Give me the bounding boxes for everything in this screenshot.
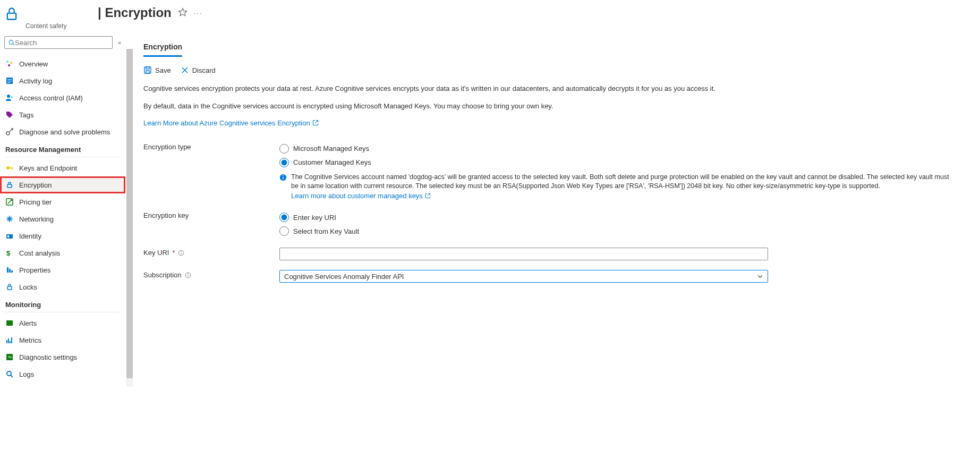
sidebar-item-metrics[interactable]: Metrics — [0, 332, 125, 349]
favorite-star-icon[interactable] — [178, 7, 188, 19]
radio-label: Enter key URI — [293, 214, 336, 222]
learn-more-link[interactable]: Learn More about Azure Cognitive service… — [143, 119, 319, 127]
save-button-label: Save — [155, 66, 171, 74]
sidebar-item-keys-endpoint[interactable]: Keys and Endpoint — [0, 159, 125, 176]
info-outline-icon[interactable] — [185, 272, 191, 278]
svg-rect-8 — [7, 79, 12, 80]
svg-point-13 — [6, 132, 10, 135]
svg-rect-16 — [12, 167, 13, 169]
svg-text:$: $ — [6, 249, 11, 257]
sidebar-group-title: Monitoring — [0, 295, 125, 311]
encryption-key-label: Encryption key — [143, 210, 279, 219]
cmk-learn-more-link[interactable]: Learn more about customer managed keys — [291, 191, 431, 201]
sidebar-item-overview[interactable]: Overview — [0, 55, 125, 72]
diagnostic-icon — [5, 353, 14, 361]
close-icon — [181, 66, 189, 74]
divider — [5, 312, 120, 312]
main-content: Encryption Save Discard Cognitive servic… — [143, 30, 972, 387]
radio-microsoft-managed[interactable]: Microsoft Managed Keys — [279, 142, 955, 156]
sidebar-item-activity-log[interactable]: Activity log — [0, 72, 125, 89]
diagnose-icon — [5, 128, 14, 136]
sidebar-item-properties[interactable]: Properties — [0, 261, 125, 278]
svg-rect-40 — [283, 177, 283, 179]
svg-rect-28 — [8, 338, 9, 343]
sidebar-item-label: Tags — [19, 111, 33, 119]
key-uri-label: Key URI* — [143, 248, 279, 257]
sidebar-item-cost-analysis[interactable]: $ Cost analysis — [0, 244, 125, 261]
scrollbar[interactable]: ▲ — [125, 30, 134, 387]
sidebar-item-alerts[interactable]: Alerts — [0, 315, 125, 332]
overview-icon — [5, 60, 14, 68]
radio-enter-key-uri[interactable]: Enter key URI — [279, 210, 955, 224]
encryption-type-label: Encryption type — [143, 142, 279, 151]
sidebar-item-diagnose[interactable]: Diagnose and solve problems — [0, 123, 125, 140]
sidebar-item-label: Encryption — [19, 181, 52, 189]
identity-icon — [5, 232, 14, 240]
page-header: | Encryption ··· Content safety — [0, 0, 980, 30]
tab-encryption[interactable]: Encryption — [143, 40, 182, 57]
sidebar-item-label: Diagnostic settings — [19, 353, 77, 361]
sidebar-item-tags[interactable]: Tags — [0, 106, 125, 123]
lock-icon — [5, 181, 14, 189]
sidebar: « Overview Activity log Access control (… — [0, 30, 125, 387]
svg-rect-31 — [6, 354, 13, 360]
svg-rect-30 — [11, 337, 12, 343]
sidebar-item-label: Diagnose and solve problems — [19, 128, 110, 136]
svg-point-12 — [11, 96, 13, 98]
svg-rect-23 — [9, 269, 11, 273]
cmk-info-box: The Cognitive Services account named 'do… — [279, 173, 955, 201]
discard-button[interactable]: Discard — [181, 66, 216, 74]
radio-label: Microsoft Managed Keys — [293, 145, 369, 152]
info-outline-icon[interactable] — [178, 250, 184, 256]
sidebar-group-title: Resource Management — [0, 140, 125, 156]
sidebar-item-identity[interactable]: Identity — [0, 227, 125, 244]
sidebar-item-locks[interactable]: Locks — [0, 278, 125, 295]
sidebar-item-diagnostic-settings[interactable]: Diagnostic settings — [0, 349, 125, 366]
svg-rect-17 — [7, 184, 12, 188]
svg-point-32 — [7, 371, 11, 376]
sidebar-item-label: Overview — [19, 60, 48, 68]
svg-point-6 — [8, 64, 10, 66]
svg-rect-10 — [7, 82, 10, 83]
svg-rect-35 — [146, 67, 149, 69]
svg-point-2 — [9, 40, 13, 45]
svg-point-47 — [188, 274, 188, 274]
key-uri-input[interactable] — [279, 248, 768, 260]
radio-select-from-key-vault[interactable]: Select from Key Vault — [279, 224, 955, 238]
save-button[interactable]: Save — [143, 66, 171, 74]
sidebar-item-pricing-tier[interactable]: Pricing tier — [0, 193, 125, 210]
svg-point-11 — [7, 95, 10, 98]
svg-rect-19 — [6, 234, 13, 239]
svg-rect-29 — [10, 341, 11, 343]
sidebar-item-access-control[interactable]: Access control (IAM) — [0, 89, 125, 106]
svg-rect-25 — [7, 286, 12, 290]
sidebar-item-label: Locks — [19, 283, 37, 291]
cmk-info-text: The Cognitive Services account named 'do… — [291, 173, 949, 190]
sidebar-search-input[interactable] — [4, 36, 113, 49]
subscription-select[interactable]: Cognitive Services Anomaly Finder API — [279, 270, 768, 283]
svg-rect-20 — [7, 235, 9, 238]
collapse-sidebar-icon[interactable]: « — [118, 39, 121, 46]
sidebar-item-label: Pricing tier — [19, 198, 52, 206]
radio-label: Select from Key Vault — [293, 227, 359, 235]
svg-rect-27 — [6, 340, 7, 343]
resource-subtitle: Content safety — [25, 22, 203, 30]
alerts-icon — [5, 319, 14, 327]
divider — [5, 157, 120, 157]
description-text: By default, data in the Cognitive servic… — [143, 101, 955, 112]
more-ellipsis-icon[interactable]: ··· — [194, 9, 203, 17]
radio-label: Customer Managed Keys — [293, 158, 371, 166]
search-icon — [8, 39, 15, 46]
metrics-icon — [5, 336, 14, 344]
properties-icon — [5, 266, 14, 274]
sidebar-item-logs[interactable]: Logs — [0, 366, 125, 383]
sidebar-item-label: Activity log — [19, 77, 52, 85]
svg-rect-36 — [146, 71, 149, 73]
sidebar-item-networking[interactable]: Networking — [0, 210, 125, 227]
svg-point-41 — [283, 175, 284, 176]
sidebar-item-label: Keys and Endpoint — [19, 164, 77, 172]
svg-rect-24 — [11, 270, 13, 273]
sidebar-item-encryption[interactable]: Encryption — [0, 176, 125, 193]
svg-rect-0 — [7, 13, 16, 20]
radio-customer-managed[interactable]: Customer Managed Keys — [279, 156, 955, 169]
